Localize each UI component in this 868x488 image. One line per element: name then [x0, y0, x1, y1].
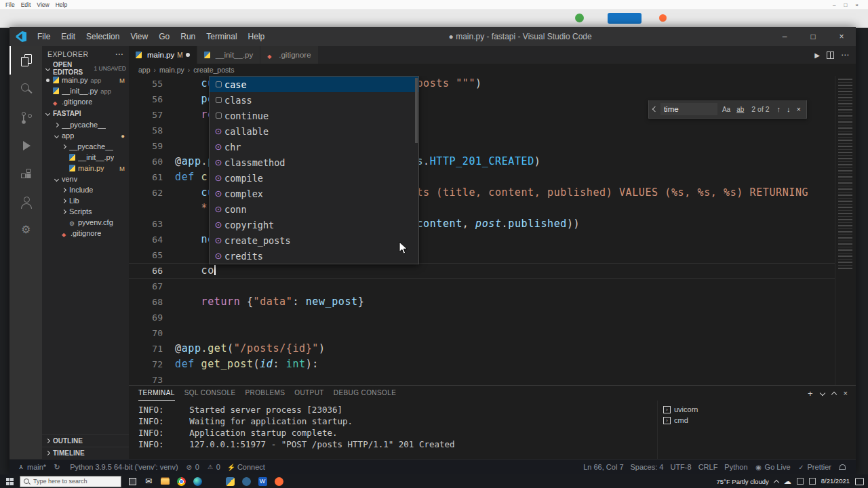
bg-maximize-button[interactable]: □	[844, 2, 847, 8]
terminal-instance[interactable]: uvicorn	[658, 404, 856, 415]
tree-item[interactable]: .gitignore	[42, 228, 129, 239]
menu-item[interactable]: Edit	[56, 27, 81, 46]
status-item[interactable]: Go Live	[751, 460, 794, 474]
activity-bar-item[interactable]	[9, 188, 42, 217]
status-item[interactable]: main*	[14, 460, 50, 474]
activity-bar-item[interactable]	[9, 131, 42, 160]
activity-bar-item[interactable]	[9, 75, 42, 103]
taskbar-app-icon[interactable]	[271, 474, 287, 488]
taskbar-app-icon[interactable]	[222, 474, 238, 488]
code-line[interactable]: 70	[129, 325, 856, 341]
suggestion-item[interactable]: case	[210, 77, 418, 92]
panel-tab[interactable]: PROBLEMS	[245, 386, 285, 400]
status-item[interactable]: Spaces: 4	[627, 460, 667, 474]
bg-close-button[interactable]: ×	[855, 2, 859, 8]
menu-item[interactable]: Selection	[81, 27, 125, 46]
cloud-icon[interactable]: ☁	[784, 478, 791, 485]
sidebar-panel-header[interactable]: OUTLINE	[42, 434, 129, 447]
code-line[interactable]: 73	[129, 372, 856, 385]
show-hidden-icons-button[interactable]	[773, 479, 778, 485]
taskbar-app-icon[interactable]	[254, 474, 271, 488]
maximize-panel-icon[interactable]	[831, 391, 836, 396]
suggestion-item[interactable]: chr	[210, 139, 418, 155]
suggestion-item[interactable]: compile	[210, 170, 418, 186]
suggestion-item[interactable]: credits	[210, 248, 418, 264]
suggestion-item[interactable]: complex	[210, 186, 418, 201]
suggestion-item[interactable]: class	[210, 92, 418, 108]
tree-item[interactable]: Include	[42, 184, 129, 195]
status-item[interactable]: Ln 66, Col 7	[580, 460, 627, 474]
minimap[interactable]	[835, 76, 856, 385]
close-button[interactable]: ×	[827, 27, 856, 46]
activity-bar-item[interactable]	[9, 103, 42, 131]
whole-word-toggle[interactable]: ab	[735, 105, 745, 114]
terminal-dropdown-icon[interactable]	[819, 390, 825, 396]
status-item[interactable]: Python 3.9.5 64-bit ('venv': venv)	[66, 460, 182, 474]
tree-item[interactable]: Scripts	[42, 206, 129, 217]
code-line[interactable]: 72def get_post(id: int):	[129, 357, 856, 372]
notification-center-icon[interactable]	[855, 478, 864, 485]
terminal-instance[interactable]: cmd	[658, 415, 856, 426]
status-item[interactable]: CRLF	[695, 460, 722, 474]
suggestion-item[interactable]: continue	[210, 108, 418, 123]
close-panel-icon[interactable]: ×	[844, 389, 848, 397]
tree-item[interactable]: __pycache__	[42, 141, 129, 152]
status-item[interactable]	[835, 460, 852, 474]
taskbar-app-icon[interactable]	[173, 474, 189, 488]
code-line[interactable]: 66 co	[129, 263, 856, 279]
tree-item[interactable]: pyvenv.cfg	[42, 217, 129, 228]
background-menu-item[interactable]: View	[37, 1, 49, 8]
panel-tab[interactable]: SQL CONSOLE	[184, 386, 236, 400]
menu-item[interactable]: Go	[153, 27, 175, 46]
find-input[interactable]	[660, 103, 717, 115]
run-python-file-button[interactable]: ▶	[814, 52, 820, 59]
breadcrumb-item[interactable]: app›	[138, 66, 159, 74]
search-input[interactable]	[32, 477, 117, 485]
taskbar-app-icon[interactable]	[238, 474, 254, 488]
code-editor[interactable]: 55 cursor.execute(""" SELECT * FROM post…	[129, 76, 856, 385]
code-line[interactable]: 71@app.get("/posts/{id}")	[129, 341, 856, 357]
background-menu-item[interactable]: Help	[56, 1, 67, 8]
code-line[interactable]: 69	[129, 310, 856, 325]
activity-bar-item[interactable]	[9, 217, 42, 245]
editor-tab[interactable]: .gitignore	[260, 46, 318, 64]
tree-item[interactable]: main.py M	[42, 163, 129, 174]
status-item[interactable]: UTF-8	[667, 460, 694, 474]
minimize-button[interactable]: –	[770, 27, 799, 46]
menu-item[interactable]: Help	[243, 27, 271, 46]
workspace-root[interactable]: FASTAPI	[42, 107, 129, 119]
suggestion-item[interactable]: classmethod	[210, 155, 418, 170]
breadcrumb-item[interactable]: main.py›	[159, 66, 193, 74]
panel-tab[interactable]: DEBUG CONSOLE	[334, 386, 396, 400]
suggestion-item[interactable]: create_posts	[210, 232, 418, 248]
sidebar-panel-header[interactable]: TIMELINE	[42, 447, 129, 459]
activity-bar-item[interactable]	[9, 46, 42, 75]
suggestion-item[interactable]: callable	[210, 123, 418, 139]
match-case-toggle[interactable]: Aa	[721, 105, 732, 114]
open-editors-header[interactable]: OPEN EDITORS 1 UNSAVED	[42, 62, 129, 75]
taskbar-search[interactable]	[20, 476, 121, 487]
next-match-button[interactable]: ↓	[785, 105, 792, 113]
status-item[interactable]: 0	[203, 460, 224, 474]
more-actions-icon[interactable]: ⋯	[841, 50, 849, 60]
menu-item[interactable]: View	[125, 27, 153, 46]
clock-date[interactable]: 8/21/2021	[821, 478, 850, 485]
background-menu-item[interactable]: Edit	[21, 1, 31, 8]
previous-match-button[interactable]: ↑	[776, 105, 783, 113]
status-item[interactable]: 0	[182, 460, 203, 474]
suggestion-item[interactable]: conn	[210, 201, 418, 217]
close-find-button[interactable]: ×	[795, 105, 802, 113]
split-editor-button[interactable]	[827, 52, 834, 59]
menu-item[interactable]: Terminal	[201, 27, 242, 46]
new-terminal-button[interactable]: +	[808, 388, 813, 399]
tree-item[interactable]: __init__.py	[42, 152, 129, 163]
tree-item[interactable]: venv	[42, 174, 129, 184]
accent-button[interactable]	[608, 13, 642, 24]
status-item[interactable]	[50, 460, 66, 474]
start-button[interactable]	[6, 478, 14, 485]
suggestion-item[interactable]: copyright	[210, 217, 418, 232]
open-editor-item[interactable]: __init__.py app	[42, 85, 129, 96]
bg-minimize-button[interactable]: –	[833, 2, 835, 8]
code-line[interactable]: 68 return {"data": new_post}	[129, 294, 856, 310]
network-icon[interactable]	[797, 478, 804, 485]
